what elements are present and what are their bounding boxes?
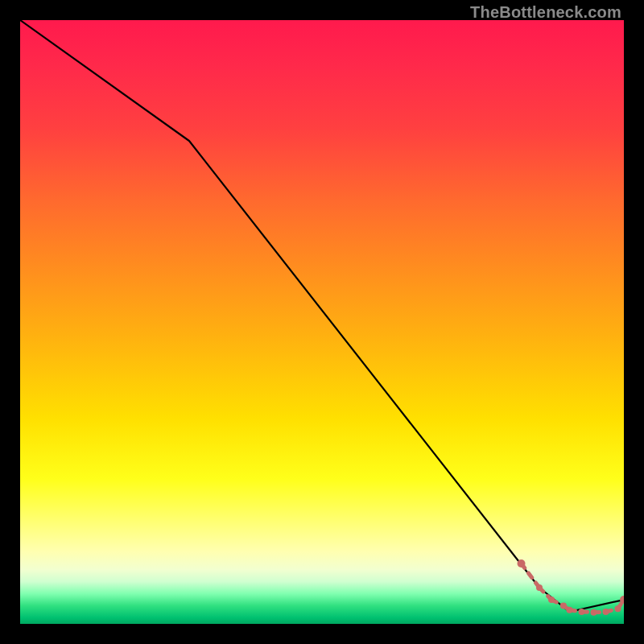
- series-bottleneck-curve: [20, 20, 624, 612]
- chart-svg: [20, 20, 624, 624]
- watermark-text: TheBottleneck.com: [470, 3, 621, 22]
- series-dotted-segment: [518, 559, 625, 616]
- plot-area: [20, 20, 624, 624]
- chart-frame: TheBottleneck.com: [0, 0, 644, 644]
- dotted-dash: [522, 564, 540, 588]
